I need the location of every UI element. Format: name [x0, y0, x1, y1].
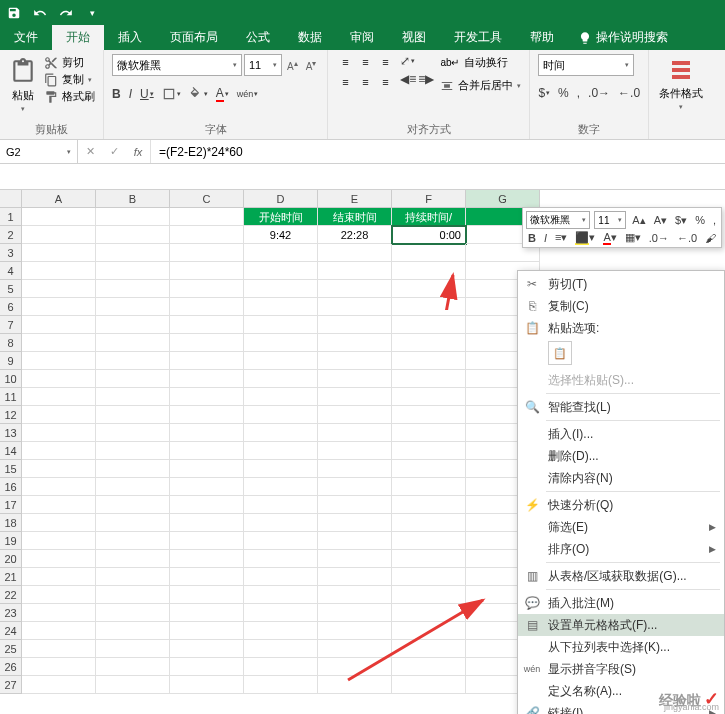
cell-blank[interactable] — [244, 298, 318, 316]
cell-blank[interactable] — [96, 676, 170, 694]
cell-blank[interactable] — [244, 586, 318, 604]
cell-A1[interactable] — [22, 208, 96, 226]
cell-blank[interactable] — [22, 244, 96, 262]
cell-blank[interactable] — [22, 658, 96, 676]
cell-blank[interactable] — [318, 244, 392, 262]
merge-center-button[interactable]: 合并后居中 ▾ — [440, 77, 521, 94]
cell-blank[interactable] — [392, 352, 466, 370]
mini-increase-font-icon[interactable]: A▴ — [630, 214, 647, 227]
mini-italic-button[interactable]: I — [542, 232, 549, 244]
cell-blank[interactable] — [96, 388, 170, 406]
row-head-2[interactable]: 2 — [0, 226, 22, 244]
mini-font-dropdown[interactable]: 微软雅黑▾ — [526, 211, 590, 229]
accounting-format-button[interactable]: $▾ — [538, 86, 550, 100]
cell-blank[interactable] — [22, 298, 96, 316]
row-head-15[interactable]: 15 — [0, 460, 22, 478]
cell-blank[interactable] — [244, 532, 318, 550]
cell-blank[interactable] — [244, 424, 318, 442]
row-head-1[interactable]: 1 — [0, 208, 22, 226]
row-head-27[interactable]: 27 — [0, 676, 22, 694]
cell-blank[interactable] — [244, 244, 318, 262]
name-box[interactable]: G2 ▾ — [0, 140, 78, 163]
menu-sort[interactable]: 排序(O) ▶ — [518, 538, 724, 560]
cell-blank[interactable] — [392, 280, 466, 298]
cell-blank[interactable] — [22, 316, 96, 334]
cell-blank[interactable] — [96, 514, 170, 532]
row-head-4[interactable]: 4 — [0, 262, 22, 280]
row-head-13[interactable]: 13 — [0, 424, 22, 442]
cell-blank[interactable] — [96, 442, 170, 460]
undo-icon[interactable] — [32, 5, 48, 21]
cell-blank[interactable] — [318, 424, 392, 442]
cell-blank[interactable] — [244, 550, 318, 568]
cell-blank[interactable] — [22, 514, 96, 532]
cell-blank[interactable] — [318, 640, 392, 658]
row-head-17[interactable]: 17 — [0, 496, 22, 514]
cell-blank[interactable] — [170, 568, 244, 586]
cell-B1[interactable] — [96, 208, 170, 226]
cell-blank[interactable] — [392, 460, 466, 478]
wrap-text-button[interactable]: ab↵ 自动换行 — [440, 54, 521, 71]
cell-blank[interactable] — [318, 316, 392, 334]
menu-delete[interactable]: 删除(D)... — [518, 445, 724, 467]
cell-blank[interactable] — [318, 280, 392, 298]
cell-blank[interactable] — [22, 460, 96, 478]
cell-blank[interactable] — [170, 262, 244, 280]
cell-A2[interactable] — [22, 226, 96, 244]
cell-blank[interactable] — [392, 388, 466, 406]
row-head-23[interactable]: 23 — [0, 604, 22, 622]
decrease-font-icon[interactable]: A▾ — [303, 58, 320, 72]
align-top-icon[interactable]: ≡ — [336, 54, 354, 70]
cell-blank[interactable] — [22, 622, 96, 640]
cell-blank[interactable] — [22, 370, 96, 388]
cell-blank[interactable] — [392, 514, 466, 532]
cell-blank[interactable] — [170, 586, 244, 604]
cell-blank[interactable] — [96, 604, 170, 622]
italic-button[interactable]: I — [129, 87, 132, 101]
cell-blank[interactable] — [244, 370, 318, 388]
tab-review[interactable]: 审阅 — [336, 25, 388, 50]
cell-blank[interactable] — [170, 604, 244, 622]
align-center-icon[interactable]: ≡ — [356, 74, 374, 90]
cell-blank[interactable] — [170, 442, 244, 460]
cell-blank[interactable] — [22, 424, 96, 442]
cell-blank[interactable] — [244, 442, 318, 460]
cell-blank[interactable] — [244, 262, 318, 280]
cell-blank[interactable] — [392, 262, 466, 280]
row-head-10[interactable]: 10 — [0, 370, 22, 388]
cell-blank[interactable] — [318, 352, 392, 370]
menu-pick-from-list[interactable]: 从下拉列表中选择(K)... — [518, 636, 724, 658]
mini-font-size-dropdown[interactable]: 11▾ — [594, 211, 626, 229]
cell-blank[interactable] — [244, 478, 318, 496]
cell-blank[interactable] — [96, 316, 170, 334]
cell-blank[interactable] — [96, 658, 170, 676]
col-head-G[interactable]: G — [466, 190, 540, 208]
mini-bold-button[interactable]: B — [526, 232, 538, 244]
col-head-C[interactable]: C — [170, 190, 244, 208]
cell-blank[interactable] — [170, 460, 244, 478]
cell-blank[interactable] — [392, 622, 466, 640]
cell-blank[interactable] — [392, 424, 466, 442]
cell-blank[interactable] — [22, 640, 96, 658]
cell-blank[interactable] — [170, 622, 244, 640]
mini-accounting-icon[interactable]: $▾ — [673, 214, 689, 227]
comma-style-button[interactable]: , — [577, 86, 580, 100]
row-head-26[interactable]: 26 — [0, 658, 22, 676]
increase-decimal-icon[interactable]: .0→ — [588, 86, 610, 100]
cell-blank[interactable] — [244, 460, 318, 478]
row-head-7[interactable]: 7 — [0, 316, 22, 334]
cell-blank[interactable] — [318, 262, 392, 280]
mini-decrease-font-icon[interactable]: A▾ — [652, 214, 669, 227]
align-left-icon[interactable]: ≡ — [336, 74, 354, 90]
col-head-E[interactable]: E — [318, 190, 392, 208]
cell-blank[interactable] — [318, 676, 392, 694]
cell-blank[interactable] — [22, 406, 96, 424]
cell-blank[interactable] — [170, 496, 244, 514]
cell-blank[interactable] — [22, 496, 96, 514]
cell-blank[interactable] — [22, 568, 96, 586]
cell-blank[interactable] — [318, 550, 392, 568]
tab-data[interactable]: 数据 — [284, 25, 336, 50]
cell-F1[interactable]: 持续时间/ — [392, 208, 466, 226]
mini-decimal-dec-icon[interactable]: ←.0 — [675, 232, 699, 244]
cell-blank[interactable] — [392, 532, 466, 550]
